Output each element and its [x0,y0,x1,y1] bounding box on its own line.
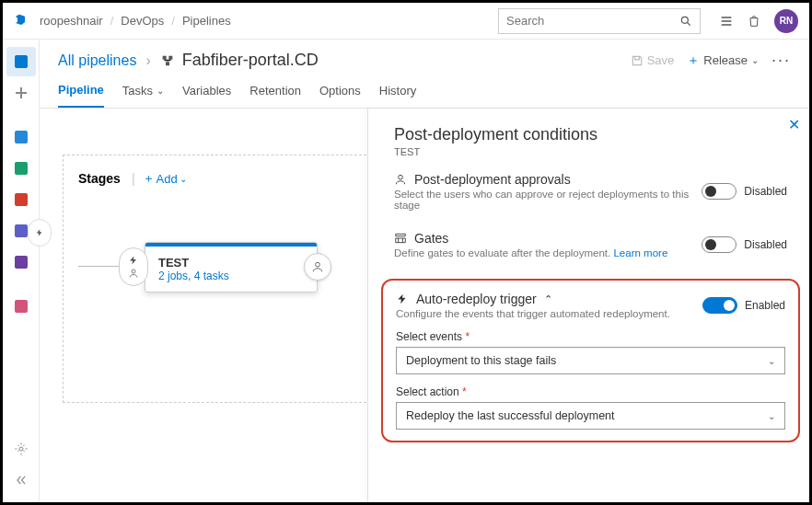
top-bar: roopeshnair / DevOps / Pipelines RN [3,3,809,40]
auto-redeploy-section: Auto-redeploy trigger ⌃ Configure the ev… [381,279,800,442]
gates-section: Gates Define gates to evaluate after the… [394,231,787,258]
panel-title: Post-deployment conditions [394,125,787,144]
svg-rect-2 [15,55,28,68]
chevron-down-icon: ⌄ [180,174,187,184]
approvals-toggle-label: Disabled [744,185,787,198]
chevron-up-icon[interactable]: ⌃ [544,293,552,305]
save-button: Save [631,53,675,67]
approvals-section: Post-deployment approvals Select the use… [394,172,787,211]
stages-heading: Stages [78,171,121,186]
svg-rect-7 [15,256,28,269]
breadcrumb-project[interactable]: DevOps [121,14,164,28]
tab-variables[interactable]: Variables [182,83,231,108]
search-field[interactable] [506,14,679,28]
gates-icon [394,232,407,245]
svg-point-11 [316,262,320,267]
rail-item-extra[interactable] [6,292,36,321]
events-label: Select events [396,330,462,343]
svg-point-10 [132,270,135,273]
plus-icon: ＋ [687,52,700,69]
breadcrumb: roopeshnair / DevOps / Pipelines [40,14,491,28]
user-icon [128,268,139,279]
panel-stage-name: TEST [394,146,787,157]
rail-add[interactable] [6,78,36,108]
close-icon[interactable]: ✕ [788,116,800,133]
breadcrumb-sep: / [110,14,114,28]
rail-boards[interactable] [6,122,36,152]
chevron-right-icon: › [145,52,150,69]
svg-point-0 [681,17,688,23]
avatar[interactable]: RN [774,9,798,33]
stage-card[interactable]: TEST 2 jobs, 4 tasks [145,242,318,293]
auto-redeploy-toggle[interactable] [702,297,737,314]
post-deployment-conditions-button[interactable] [304,253,331,281]
svg-rect-8 [15,300,28,313]
list-icon[interactable] [719,14,734,29]
stages-canvas: Stages | ＋ Add ⌄ [63,155,376,403]
add-stage-button[interactable]: ＋ Add ⌄ [143,170,187,187]
svg-rect-3 [15,131,28,143]
svg-line-1 [688,22,690,25]
chevron-down-icon: ⌄ [751,55,759,65]
rail-overview[interactable] [6,47,36,76]
action-label: Select action [396,385,459,398]
tab-row: Pipeline Tasks⌄ Variables Retention Opti… [40,70,809,109]
breadcrumb-area[interactable]: Pipelines [182,14,231,28]
user-icon [311,260,324,273]
rail-artifacts[interactable] [6,247,36,277]
auto-redeploy-toggle-label: Enabled [745,299,785,312]
top-icons: RN [719,9,798,33]
post-deployment-panel: ✕ Post-deployment conditions TEST Post-d… [367,109,809,502]
stage-jobs-link[interactable]: 2 jobs, 4 tasks [158,270,304,282]
svg-rect-5 [15,193,28,206]
learn-more-link[interactable]: Learn more [613,247,667,258]
tab-history[interactable]: History [379,83,416,108]
more-button[interactable]: ··· [771,51,791,70]
search-icon [679,15,692,28]
user-icon [394,173,407,186]
chevron-down-icon: ⌄ [157,86,164,96]
breadcrumb-sep: / [171,14,175,28]
select-events-dropdown[interactable]: Deployment to this stage fails ⌄ [396,347,785,374]
tab-tasks[interactable]: Tasks⌄ [122,83,164,108]
page-title: Fabfiber-portal.CD [160,51,319,70]
release-button[interactable]: ＋ Release ⌄ [687,52,759,69]
svg-rect-6 [15,224,28,237]
azure-devops-logo-icon[interactable] [14,12,32,30]
chevron-down-icon: ⌄ [768,411,775,421]
tab-pipeline[interactable]: Pipeline [58,83,104,108]
svg-point-9 [19,447,23,451]
content-area: All pipelines › Fabfiber-portal.CD Save … [40,40,809,502]
rail-repos[interactable] [6,154,36,183]
search-input[interactable] [498,8,701,34]
settings-icon[interactable] [6,434,36,464]
parent-link[interactable]: All pipelines [58,52,136,69]
left-nav-rail [3,40,40,502]
shopping-bag-icon[interactable] [747,14,761,29]
collapse-icon[interactable] [6,465,36,495]
tab-retention[interactable]: Retention [249,83,301,108]
release-pipeline-icon [160,53,175,68]
rail-pipelines[interactable] [6,185,36,214]
pre-deployment-conditions-button[interactable] [119,247,148,286]
trigger-icon [128,255,139,266]
breadcrumb-org[interactable]: roopeshnair [40,14,103,28]
select-action-dropdown[interactable]: Redeploy the last successful deployment … [396,402,785,430]
approvals-toggle[interactable] [702,183,737,200]
trigger-icon [396,293,409,305]
svg-rect-4 [15,162,28,175]
chevron-down-icon: ⌄ [768,356,775,366]
stage-name: TEST [158,256,304,270]
gates-toggle[interactable] [702,236,737,253]
svg-point-12 [399,175,403,179]
tab-options[interactable]: Options [319,83,361,108]
save-icon [631,54,644,67]
gates-toggle-label: Disabled [744,238,787,251]
